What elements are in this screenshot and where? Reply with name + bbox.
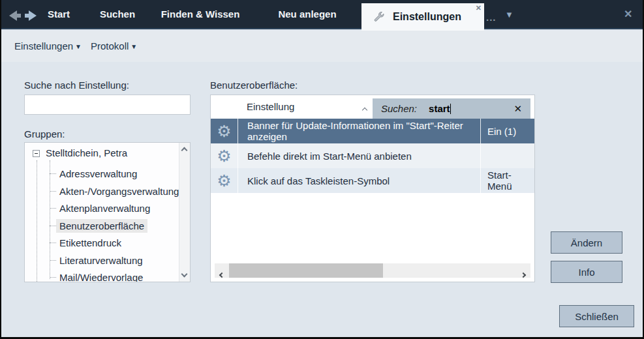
row-icon-cell: ⚙ — [211, 119, 238, 143]
text-cursor — [450, 104, 451, 114]
search-value[interactable]: start — [429, 103, 451, 114]
tab-suchen[interactable]: Suchen — [100, 8, 135, 20]
gear-icon: ⚙ — [217, 148, 231, 164]
search-setting-label: Suche nach Einstellung: — [24, 80, 129, 91]
tree-tick — [50, 191, 56, 192]
active-tab-label: Einstellungen — [393, 11, 461, 23]
tab-einstellungen-active[interactable]: Einstellungen ✕ — [361, 3, 484, 31]
gear-icon: ⚙ — [217, 123, 231, 140]
search-label: Suchen: — [381, 103, 417, 114]
scroll-right-icon[interactable] — [521, 268, 525, 279]
gear-icon: ⚙ — [217, 173, 231, 189]
tree-connector-line — [37, 160, 37, 282]
row-value: Start-Menü — [481, 168, 534, 193]
menu-protokoll-label: Protokoll — [91, 40, 129, 52]
row-value — [481, 143, 534, 168]
aendern-button[interactable]: Ändern — [551, 231, 622, 254]
sort-asc-icon — [363, 103, 367, 114]
tab-list-dropdown-icon[interactable]: ▼ — [505, 10, 514, 20]
tab-start[interactable]: Start — [48, 8, 70, 20]
tree-item-benutzeroberflaeche-selected[interactable]: Benutzeroberfläche — [56, 219, 147, 233]
tree-connector-line — [50, 160, 50, 279]
tree-item-adressverwaltung[interactable]: Adressverwaltung — [56, 167, 140, 181]
table-row[interactable]: ⚙ Klick auf das Taskleisten-Symbol Start… — [211, 168, 534, 193]
tree-tick — [50, 208, 56, 209]
tree-item-etikettendruck[interactable]: Etikettendruck — [56, 236, 125, 250]
menu-protokoll[interactable]: Protokoll▼ — [91, 40, 137, 52]
settings-window: Start Suchen Finden & Wissen Neu anlegen… — [0, 0, 644, 339]
window-close-icon[interactable]: ✕ — [624, 8, 632, 20]
back-forward-icons[interactable] — [8, 10, 39, 22]
table-row[interactable]: ⚙ Banner für Update-Informationen im "St… — [211, 119, 534, 143]
tree-scrollbar[interactable] — [179, 143, 190, 282]
tree-tick — [50, 260, 56, 261]
tree-item-akten-vorgangsverwaltung[interactable]: Akten-/Vorgangsverwaltung — [56, 184, 182, 198]
tab-finden-wissen[interactable]: Finden & Wissen — [161, 8, 240, 20]
tab-close-icon[interactable]: ✕ — [476, 4, 482, 12]
scroll-left-icon[interactable] — [220, 268, 224, 279]
groups-label: Gruppen: — [24, 128, 65, 140]
search-setting-input[interactable] — [24, 95, 191, 115]
row-icon-cell: ⚙ — [211, 143, 238, 168]
menu-einstellungen[interactable]: Einstellungen▼ — [14, 40, 82, 52]
table-header[interactable]: Einstellung Suchen: start ✕ — [211, 95, 534, 119]
chevron-down-icon: ▼ — [130, 43, 137, 50]
search-close-icon[interactable]: ✕ — [514, 103, 522, 115]
toolbar: Einstellungen▼ Protokoll▼ — [1, 31, 643, 62]
tree-root-node[interactable]: Stelltdichein, Petra — [46, 147, 127, 158]
horizontal-scrollbar[interactable] — [215, 263, 530, 278]
scroll-down-icon[interactable] — [181, 271, 188, 278]
menu-einstellungen-label: Einstellungen — [14, 40, 73, 52]
chevron-down-icon: ▼ — [75, 43, 82, 50]
row-setting: Banner für Update-Informationen im "Star… — [238, 119, 481, 143]
tab-neu-anlegen[interactable]: Neu anlegen — [278, 8, 336, 20]
tree-tick — [50, 226, 56, 226]
info-button[interactable]: Info — [551, 261, 622, 283]
row-setting: Befehle direkt im Start-Menü anbieten — [238, 143, 481, 168]
tab-overflow[interactable]: ... — [486, 12, 497, 23]
wrench-icon — [372, 10, 385, 23]
table-caption: Benutzeroberfläche: — [210, 80, 298, 91]
settings-table: Einstellung Suchen: start ✕ ⚙ Banner für… — [210, 95, 535, 282]
row-icon-cell: ⚙ — [211, 168, 238, 193]
column-einstellung[interactable]: Einstellung — [247, 101, 294, 112]
tab-bar: Start Suchen Finden & Wissen Neu anlegen… — [1, 0, 643, 29]
tree-item-aktenplanverwaltung[interactable]: Aktenplanverwaltung — [56, 201, 153, 215]
tree-tick — [50, 173, 56, 174]
scroll-up-icon[interactable] — [181, 147, 188, 154]
table-search-box[interactable]: Suchen: start ✕ — [373, 98, 530, 119]
tree-item-literaturverwaltung[interactable]: Literaturverwaltung — [56, 254, 146, 267]
tree-collapse-icon[interactable] — [33, 150, 40, 157]
tree-tick — [50, 243, 56, 243]
schliessen-button[interactable]: Schließen — [559, 305, 634, 327]
row-setting: Klick auf das Taskleisten-Symbol — [238, 168, 481, 193]
tree-tick — [50, 277, 56, 278]
table-row[interactable]: ⚙ Befehle direkt im Start-Menü anbieten — [211, 143, 534, 168]
row-value: Ein (1) — [481, 119, 534, 143]
groups-tree: Stelltdichein, Petra Adressverwaltung Ak… — [24, 142, 191, 282]
scrollbar-thumb[interactable] — [229, 263, 383, 278]
tree-item-mail-wiedervorlage[interactable]: Mail/Wiedervorlage — [56, 271, 146, 282]
